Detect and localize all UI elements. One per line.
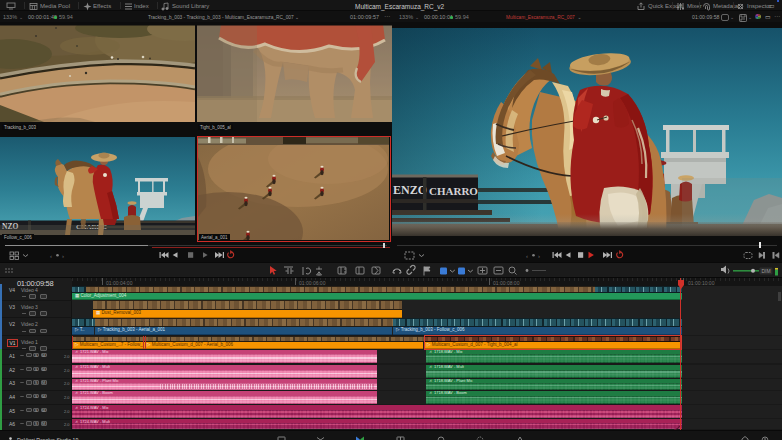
- svg-text:›: ›: [538, 253, 540, 259]
- svg-text:CHARRO: CHARRO: [429, 185, 478, 197]
- svg-text:›: ›: [62, 253, 64, 259]
- svg-text:‹: ‹: [526, 253, 528, 259]
- svg-text:ENZO: ENZO: [393, 183, 427, 197]
- svg-text:DIM: DIM: [762, 268, 771, 274]
- svg-text:‹: ‹: [50, 253, 52, 259]
